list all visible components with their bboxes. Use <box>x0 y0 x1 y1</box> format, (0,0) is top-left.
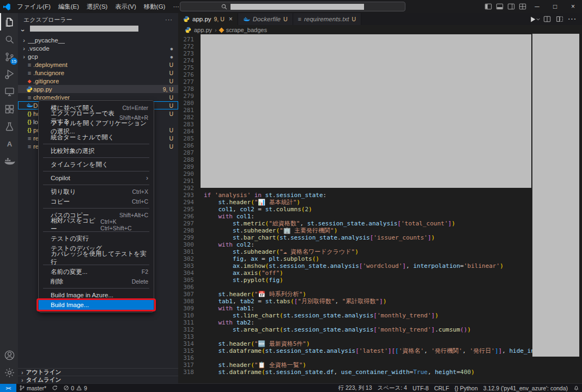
source-control-icon[interactable]: 15 <box>0 48 18 65</box>
tab-label: app.py <box>192 16 211 22</box>
menubar-item-0[interactable]: ファイル(F) <box>13 0 54 13</box>
context-menu-item[interactable]: Build Image in Azure... <box>39 290 154 300</box>
json-file-icon: {} <box>26 127 33 133</box>
breadcrumb-item[interactable]: app.py <box>194 27 212 33</box>
toggle-secondary-sidebar-icon[interactable] <box>505 0 517 13</box>
line-numbers: 2712722732742752762772782792802812822832… <box>178 35 201 383</box>
minimap[interactable] <box>532 34 579 357</box>
testing-icon[interactable] <box>0 118 18 135</box>
language-mode[interactable]: {}Python <box>452 384 481 392</box>
extensions-icon[interactable] <box>0 100 18 118</box>
minimize-button[interactable]: ─ <box>528 0 546 13</box>
more-actions-icon[interactable]: ··· <box>566 13 578 25</box>
activity-bar: 15 A <box>0 13 18 383</box>
eol-sequence[interactable]: CRLF <box>432 384 452 392</box>
file-row-__pycache__[interactable]: ›__pycache__ <box>18 36 178 44</box>
menubar-item-1[interactable]: 編集(E) <box>54 0 83 13</box>
remote-icon: >< <box>6 385 11 391</box>
azure-icon[interactable]: A <box>0 135 18 152</box>
breadcrumb-item[interactable]: scrape_badges <box>226 27 267 33</box>
remote-indicator[interactable]: >< <box>0 384 16 392</box>
file-label: .deployment <box>33 62 68 68</box>
close-tab-icon[interactable]: × <box>229 15 233 23</box>
problems-status[interactable]: 0 9 <box>60 384 90 392</box>
context-menu-item[interactable]: カバレッジを使用してテストを実行 <box>39 253 154 263</box>
file-label: .gitignore <box>33 78 59 84</box>
file-row-.funcignore[interactable]: ≡.funcignoreU <box>18 69 178 77</box>
context-menu-item[interactable]: 名前の変更...F2 <box>39 267 154 277</box>
vscode-window: ファイル(F)編集(E)選択(S)表示(V)移動(G)··· ← → ─ □ ×… <box>0 0 582 392</box>
indentation[interactable]: スペース: 4 <box>374 384 409 392</box>
open-changes-icon[interactable] <box>554 13 565 25</box>
search-icon <box>221 4 227 10</box>
split-editor-icon[interactable] <box>541 13 553 25</box>
command-center[interactable] <box>180 2 405 11</box>
list-file-icon: ≡ <box>26 70 33 76</box>
context-menu-item[interactable]: 切り取りCtrl+X <box>39 187 154 197</box>
close-button[interactable]: × <box>564 0 582 13</box>
file-row-.deployment[interactable]: ≡.deploymentU <box>18 60 178 69</box>
context-menu-item[interactable]: 相対パスをコピーCtrl+K Ctrl+Shift+C <box>39 220 154 230</box>
run-python-file-icon[interactable] <box>529 13 540 25</box>
breadcrumb[interactable]: app.py›scrape_badges <box>178 25 582 35</box>
encoding[interactable]: UTF-8 <box>410 384 432 392</box>
run-debug-icon[interactable] <box>0 65 18 83</box>
git-status-badge: U <box>169 94 178 101</box>
braces-icon: {} <box>454 385 458 391</box>
branch-status[interactable]: master* <box>16 384 49 392</box>
tab-label: Dockerfile <box>253 16 281 22</box>
explorer-icon[interactable] <box>0 13 18 30</box>
file-label: .vscode <box>28 45 50 52</box>
context-menu-item[interactable]: コピーCtrl+C <box>39 197 154 206</box>
remote-explorer-icon[interactable] <box>0 83 18 100</box>
chevron-right-icon: › <box>20 53 28 60</box>
context-menu-item[interactable]: ファイルを開くアプリケーションの選択... <box>39 122 154 132</box>
tab-strip: app.py9, U×DockerfileU≡requirements.txtU… <box>178 13 582 25</box>
toggle-panel-icon[interactable] <box>494 0 505 13</box>
customize-layout-icon[interactable] <box>517 0 528 13</box>
section-アウトライン[interactable]: ›アウトライン <box>18 368 178 376</box>
file-row-.vscode[interactable]: ›.vscode● <box>18 44 178 52</box>
list-file-icon: ≡ <box>26 94 33 101</box>
menubar-item-2[interactable]: 選択(S) <box>83 0 111 13</box>
git-status-badge: U <box>169 111 178 117</box>
menubar-item-4[interactable]: 移動(G) <box>140 0 169 13</box>
svg-text:A: A <box>7 139 13 148</box>
python-interpreter[interactable]: 3.12.9 ('py41_env_azure': conda) <box>481 384 571 392</box>
search-view-icon[interactable] <box>0 30 18 48</box>
redaction-search-text <box>231 4 364 10</box>
menubar-item-3[interactable]: 表示(V) <box>111 0 140 13</box>
sync-icon <box>52 385 58 391</box>
maximize-button[interactable]: □ <box>546 0 564 13</box>
tab-Dockerfile[interactable]: DockerfileU <box>238 13 293 25</box>
explorer-actions-icon[interactable]: ··· <box>165 16 173 23</box>
context-menu-item[interactable]: テストの実行 <box>39 234 154 243</box>
git-status-badge: U <box>169 143 178 150</box>
list-file-icon: ≡ <box>26 143 33 150</box>
chevron-right-icon: › <box>20 37 28 44</box>
context-menu-item[interactable]: タイムラインを開く <box>39 160 154 169</box>
tab-requirements.txt[interactable]: ≡requirements.txtU <box>293 13 361 25</box>
section-タイムライン[interactable]: ›タイムライン <box>18 376 178 383</box>
docker-view-icon[interactable] <box>0 152 18 170</box>
toggle-sidebar-icon[interactable] <box>482 0 494 13</box>
notifications-bell-icon[interactable] <box>571 384 582 392</box>
context-menu-item[interactable]: 統合ターミナルで開く <box>39 132 154 142</box>
file-row-app.py[interactable]: app.py9, U <box>18 85 178 93</box>
sync-status[interactable] <box>49 384 60 392</box>
explorer-title: エクスプローラー <box>23 16 72 24</box>
file-row-.gitignore[interactable]: ◆.gitignoreU <box>18 77 178 85</box>
git-status-badge: U <box>169 135 178 142</box>
list-icon: ≡ <box>298 16 301 22</box>
context-menu-item[interactable]: 比較対象の選択 <box>39 146 154 156</box>
settings-gear-icon[interactable] <box>0 364 18 381</box>
tab-app.py[interactable]: app.py9, U× <box>178 13 238 25</box>
cursor-position[interactable]: 行 223, 列 13 <box>336 384 375 392</box>
context-menu-item[interactable]: Copilot› <box>39 173 154 183</box>
git-status-badge: U <box>169 62 178 68</box>
branch-icon <box>19 385 25 391</box>
file-row-gcp[interactable]: ›gcp● <box>18 52 178 60</box>
accounts-icon[interactable] <box>0 346 18 364</box>
context-menu-item[interactable]: Build Image... <box>39 300 154 310</box>
context-menu-item[interactable]: 削除Delete <box>39 277 154 286</box>
